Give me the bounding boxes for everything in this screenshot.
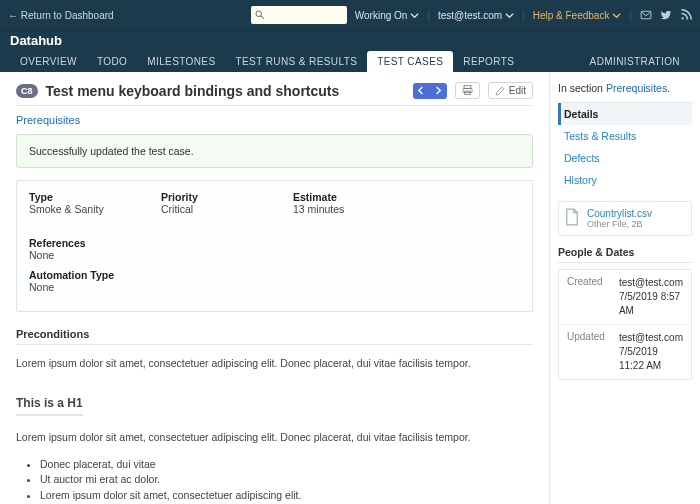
case-nav-arrows [413, 83, 447, 99]
main-nav: OVERVIEW TODO MILESTONES TEST RUNS & RES… [0, 48, 700, 72]
working-on-dropdown[interactable]: Working On [355, 10, 420, 21]
sidebar-tab-defects[interactable]: Defects [558, 147, 692, 169]
nav-milestones[interactable]: MILESTONES [137, 51, 225, 72]
app-title: Datahub [0, 31, 700, 48]
return-link[interactable]: ← Return to Dashboard [8, 10, 114, 21]
case-id-badge: C8 [16, 84, 38, 98]
svg-line-1 [261, 16, 264, 19]
nav-reports[interactable]: REPORTS [453, 51, 524, 72]
attachment-name: Countrylist.csv [587, 208, 652, 219]
preconditions-body: Lorem ipsum dolor sit amet, consectetuer… [16, 356, 533, 505]
breadcrumb-section[interactable]: Prerequisites [16, 114, 80, 126]
updated-user: test@test.com [619, 331, 683, 345]
twitter-icon[interactable] [660, 9, 672, 21]
next-case-button[interactable] [431, 84, 445, 98]
sidebar-tab-history[interactable]: History [558, 169, 692, 191]
mail-icon[interactable] [640, 9, 652, 21]
sidebar-nav: Details Tests & Results Defects History [558, 102, 692, 191]
user-dropdown[interactable]: test@test.com [438, 10, 514, 21]
print-icon [462, 85, 473, 96]
topbar: ← Return to Dashboard Working On | test@… [0, 0, 700, 31]
in-section-text: In section Prerequisites. [558, 82, 692, 94]
svg-point-0 [256, 11, 262, 17]
svg-point-3 [682, 17, 684, 19]
case-meta-panel: TypeSmoke & Sanity PriorityCritical Esti… [16, 180, 533, 312]
rss-icon[interactable] [680, 9, 692, 21]
chevron-down-icon [410, 11, 419, 20]
meta-type: TypeSmoke & Sanity [29, 191, 139, 215]
meta-estimate: Estimate13 minutes [293, 191, 403, 215]
nav-administration[interactable]: ADMINISTRATION [580, 51, 690, 72]
people-dates-panel: Created test@test.com 7/5/2019 8:57 AM U… [558, 269, 692, 380]
search-icon [255, 10, 265, 20]
case-title: Test menu keyboard bindings and shortcut… [46, 83, 405, 99]
updated-label: Updated [567, 331, 611, 373]
created-label: Created [567, 276, 611, 318]
print-button[interactable] [455, 82, 480, 99]
pencil-icon [495, 86, 505, 96]
chevron-down-icon [505, 11, 514, 20]
created-timestamp: 7/5/2019 8:57 AM [619, 290, 683, 318]
sidebar-tab-details[interactable]: Details [558, 103, 692, 125]
prev-case-button[interactable] [415, 84, 429, 98]
in-section-link[interactable]: Prerequisites [606, 82, 667, 94]
chevron-down-icon [612, 11, 621, 20]
created-user: test@test.com [619, 276, 683, 290]
search-input[interactable] [251, 6, 347, 24]
sidebar: In section Prerequisites. Details Tests … [549, 72, 700, 504]
nav-overview[interactable]: OVERVIEW [10, 51, 87, 72]
updated-timestamp: 7/5/2019 11:22 AM [619, 345, 683, 373]
content-pane: C8 Test menu keyboard bindings and short… [0, 72, 549, 504]
attachment-meta: Other File, 2B [587, 219, 652, 229]
flash-success: Successfully updated the test case. [16, 134, 533, 168]
nav-testruns[interactable]: TEST RUNS & RESULTS [226, 51, 368, 72]
attachment-card[interactable]: Countrylist.csv Other File, 2B [558, 201, 692, 236]
preconditions-heading: Preconditions [16, 328, 533, 345]
meta-automation-type: Automation TypeNone [29, 269, 139, 293]
meta-priority: PriorityCritical [161, 191, 271, 215]
people-dates-heading: People & Dates [558, 246, 692, 263]
edit-button[interactable]: Edit [488, 82, 533, 99]
sidebar-tab-tests-results[interactable]: Tests & Results [558, 125, 692, 147]
help-dropdown[interactable]: Help & Feedback [533, 10, 622, 21]
nav-testcases[interactable]: TEST CASES [367, 51, 453, 72]
nav-todo[interactable]: TODO [87, 51, 137, 72]
file-icon [565, 208, 579, 226]
meta-references: ReferencesNone [29, 237, 139, 261]
